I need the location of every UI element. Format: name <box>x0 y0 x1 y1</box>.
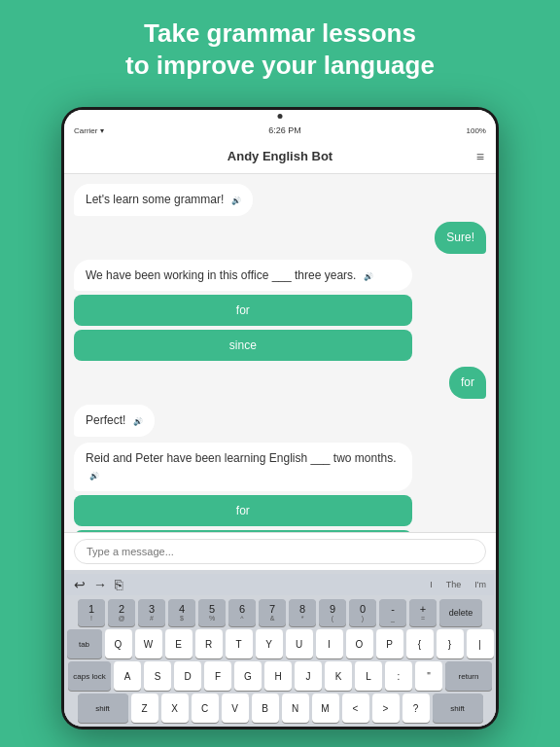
key-w[interactable]: W <box>135 629 162 658</box>
key-shift-left[interactable]: shift <box>78 694 128 723</box>
key-slash[interactable]: ? <box>402 694 430 723</box>
key-lbracket[interactable]: { <box>406 629 434 658</box>
suggestion-im[interactable]: I'm <box>474 580 486 589</box>
device-screen: Carrier ▾ 6:26 PM 100% Andy English Bot … <box>64 110 496 727</box>
toolbar-right: I The I'm <box>430 580 486 589</box>
key-1[interactable]: 1! <box>78 599 105 626</box>
camera-dot <box>278 114 283 119</box>
message-text: for <box>461 375 474 389</box>
sound-icon: 🔊 <box>133 417 143 426</box>
message-text: Reid and Peter have been learning Englis… <box>86 451 397 465</box>
sound-icon: 🔊 <box>231 196 241 205</box>
number-row: 1! 2@ 3# 4$ 5% 6^ 7& 8* 9( 0) -_ += dele… <box>66 599 494 626</box>
choice-button-since[interactable]: since <box>74 330 412 361</box>
chat-bubble: Perfect! 🔊 <box>74 405 155 437</box>
key-q[interactable]: Q <box>105 629 132 658</box>
key-comma[interactable]: < <box>342 694 369 723</box>
message-row: Reid and Peter have been learning Englis… <box>74 443 486 532</box>
key-t[interactable]: T <box>226 629 253 658</box>
key-shift-right[interactable]: shift <box>433 694 483 723</box>
qwerty-row: tab Q W E R T Y U I O P { } | <box>66 629 494 658</box>
paste-icon[interactable]: ⎘ <box>115 577 122 592</box>
key-a[interactable]: A <box>114 661 141 691</box>
key-period[interactable]: > <box>372 694 400 723</box>
key-4[interactable]: 4$ <box>168 599 195 626</box>
sound-icon: 🔊 <box>364 272 373 281</box>
key-x[interactable]: X <box>161 694 189 723</box>
choice-button-for[interactable]: for <box>74 295 412 326</box>
message-row: Sure! <box>74 222 486 254</box>
sound-icon: 🔊 <box>89 472 99 480</box>
key-quote[interactable]: " <box>415 661 442 691</box>
key-p[interactable]: P <box>376 629 403 658</box>
asdf-row: caps lock A S D F G H J K L : " return <box>66 661 494 691</box>
key-u[interactable]: U <box>286 629 313 658</box>
key-b[interactable]: B <box>252 694 279 723</box>
time-text: 6:26 PM <box>268 125 301 135</box>
message-row: Perfect! 🔊 <box>74 405 486 437</box>
key-i[interactable]: I <box>316 629 343 658</box>
status-bar: Carrier ▾ 6:26 PM 100% <box>64 122 496 139</box>
redo-icon[interactable]: → <box>93 577 107 592</box>
message-row: Let's learn some grammar! 🔊 <box>74 184 486 216</box>
key-7[interactable]: 7& <box>259 599 286 626</box>
chat-area: Let's learn some grammar! 🔊 Sure! We hav… <box>64 174 496 532</box>
key-pipe[interactable]: | <box>467 629 494 658</box>
key-minus[interactable]: -_ <box>379 599 406 626</box>
chat-bubble: for <box>449 367 486 399</box>
chat-bubble: Reid and Peter have been learning Englis… <box>74 443 412 491</box>
chat-bubble: Sure! <box>435 222 486 254</box>
battery-text: 100% <box>467 126 486 135</box>
key-o[interactable]: O <box>346 629 373 658</box>
undo-icon[interactable]: ↩ <box>74 577 86 592</box>
message-text: Sure! <box>446 231 474 244</box>
key-return[interactable]: return <box>445 661 492 691</box>
message-row: for <box>74 367 486 399</box>
key-j[interactable]: J <box>295 661 322 691</box>
key-rbracket[interactable]: } <box>437 629 464 658</box>
menu-icon[interactable]: ≡ <box>476 149 484 164</box>
key-9[interactable]: 9( <box>319 599 346 626</box>
device-frame: Carrier ▾ 6:26 PM 100% Andy English Bot … <box>61 107 499 729</box>
key-capslock[interactable]: caps lock <box>68 661 111 691</box>
app-title: Andy English Bot <box>228 149 332 163</box>
key-d[interactable]: D <box>174 661 201 691</box>
key-k[interactable]: K <box>325 661 352 691</box>
key-3[interactable]: 3# <box>138 599 165 626</box>
key-y[interactable]: Y <box>256 629 283 658</box>
key-m[interactable]: M <box>312 694 339 723</box>
key-z[interactable]: Z <box>131 694 158 723</box>
delete-key[interactable]: delete <box>439 599 482 626</box>
key-f[interactable]: F <box>204 661 231 691</box>
key-semicolon[interactable]: : <box>385 661 412 691</box>
key-g[interactable]: G <box>234 661 262 691</box>
suggestion-the[interactable]: The <box>446 580 462 589</box>
app-promo-header: Take grammar lessons to improve your lan… <box>0 0 560 94</box>
key-l[interactable]: L <box>355 661 382 691</box>
key-plus[interactable]: += <box>409 599 437 626</box>
message-text: Perfect! <box>86 413 125 427</box>
key-0[interactable]: 0) <box>349 599 376 626</box>
choice-button-for2[interactable]: for <box>74 495 412 526</box>
key-r[interactable]: R <box>195 629 223 658</box>
key-n[interactable]: N <box>282 694 309 723</box>
zxcv-row: shift Z X C V B N M < > ? shift <box>66 694 494 723</box>
keyboard-toolbar: ↩ → ⎘ I The I'm <box>66 574 494 595</box>
key-8[interactable]: 8* <box>289 599 316 626</box>
input-area <box>64 532 496 570</box>
key-tab[interactable]: tab <box>67 629 102 658</box>
chat-bubble: Let's learn some grammar! 🔊 <box>74 184 253 216</box>
chat-bubble: We have been working in this office ___ … <box>74 260 412 292</box>
key-e[interactable]: E <box>165 629 192 658</box>
key-5[interactable]: 5% <box>198 599 226 626</box>
key-v[interactable]: V <box>222 694 249 723</box>
message-input[interactable] <box>74 539 486 564</box>
key-s[interactable]: S <box>144 661 171 691</box>
keyboard: ↩ → ⎘ I The I'm 1! 2@ 3# 4$ 5% 6^ 7& <box>64 570 496 727</box>
carrier-text: Carrier ▾ <box>74 126 104 135</box>
key-c[interactable]: C <box>192 694 219 723</box>
key-6[interactable]: 6^ <box>228 599 256 626</box>
key-2[interactable]: 2@ <box>108 599 135 626</box>
suggestion-i[interactable]: I <box>430 580 433 589</box>
key-h[interactable]: H <box>264 661 292 691</box>
